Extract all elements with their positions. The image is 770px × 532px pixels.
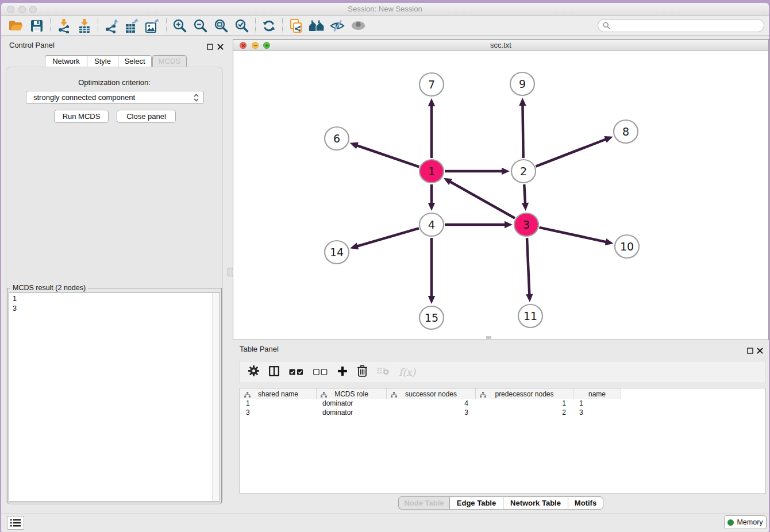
graph-edge[interactable] (357, 228, 419, 246)
column-header-successor-nodes[interactable]: successor nodes (387, 388, 476, 399)
delete-column-trash-icon[interactable] (357, 365, 367, 379)
column-header-shared-name[interactable]: shared name (240, 388, 317, 399)
toolbar-divider (255, 18, 256, 33)
graph-edge-arrowhead (605, 238, 614, 245)
toggle-panel-columns-icon[interactable] (269, 366, 279, 379)
tab-select[interactable]: Select (118, 55, 152, 67)
open-file-icon[interactable] (6, 17, 26, 34)
column-header-name[interactable]: name (573, 388, 621, 399)
hide-panel-eye-icon[interactable] (327, 17, 348, 34)
table-cell[interactable]: 2 (476, 408, 573, 418)
graph-node-label: 6 (333, 132, 340, 145)
zoom-selected-icon[interactable] (232, 17, 252, 34)
tab-motifs[interactable]: Motifs (568, 496, 603, 510)
result-scrollbar[interactable] (212, 293, 220, 501)
column-type-icon (244, 391, 251, 399)
table-cell[interactable]: 1 (476, 399, 573, 408)
network-close-icon[interactable] (240, 42, 247, 49)
graph-node-label: 10 (620, 240, 634, 253)
table-row[interactable]: 3dominator323 (240, 408, 765, 418)
float-panel-icon[interactable] (207, 42, 213, 52)
close-table-panel-icon[interactable] (757, 346, 763, 356)
tab-edge-table[interactable]: Edge Table (449, 496, 503, 510)
export-table-icon[interactable] (122, 17, 143, 34)
graph-edge[interactable] (536, 139, 606, 167)
save-session-icon[interactable] (26, 17, 47, 34)
float-table-panel-icon[interactable] (747, 346, 753, 356)
graph-edge-arrowhead (505, 221, 513, 228)
graph-node-label: 7 (428, 78, 435, 91)
close-panel-button[interactable]: Close panel (117, 110, 176, 123)
chevron-up-down-icon (194, 94, 199, 102)
settings-gear-icon[interactable] (248, 365, 259, 379)
tab-network[interactable]: Network (45, 55, 87, 67)
refresh-layout-icon[interactable] (259, 17, 279, 34)
table-cell[interactable]: 1 (240, 399, 317, 408)
search-input[interactable] (613, 22, 764, 30)
graph-edge[interactable] (522, 105, 523, 158)
optimization-criterion-dropdown[interactable]: strongly connected component (26, 91, 204, 104)
graph-node-label: 2 (520, 165, 527, 178)
delete-table-icon[interactable] (377, 367, 389, 377)
close-window-icon[interactable] (7, 6, 14, 13)
show-panel-eye-icon[interactable] (348, 17, 368, 34)
select-all-icon[interactable] (289, 367, 303, 377)
graph-edge[interactable] (356, 145, 419, 167)
mcds-result-textarea[interactable] (9, 292, 220, 502)
search-field[interactable] (598, 19, 764, 32)
column-type-icon (480, 391, 486, 399)
table-cell[interactable]: 3 (387, 408, 476, 418)
table-cell[interactable]: 3 (240, 408, 317, 418)
home-view-icon[interactable] (306, 17, 327, 34)
minimize-window-icon[interactable] (18, 6, 26, 13)
memory-button[interactable]: Memory (724, 515, 767, 529)
graph-edge[interactable] (449, 182, 515, 218)
function-builder-icon[interactable]: f(x) (399, 367, 415, 378)
column-header-predecessor-nodes[interactable]: predecessor nodes (476, 388, 573, 399)
table-row[interactable]: 1dominator411 (240, 399, 765, 408)
deselect-all-icon[interactable] (313, 367, 328, 377)
export-image-icon[interactable] (143, 17, 163, 34)
table-cell[interactable]: 4 (387, 399, 476, 408)
graph-node-label: 15 (425, 311, 438, 324)
network-maximize-icon[interactable] (263, 42, 270, 49)
memory-status-icon (727, 519, 734, 526)
table-cell[interactable]: 3 (573, 408, 621, 418)
network-window-titlebar[interactable]: scc.txt (233, 39, 769, 51)
tab-node-table[interactable]: Node Table (398, 496, 449, 510)
table-body: 1dominator4113dominator323 (240, 399, 765, 418)
zoom-in-icon[interactable] (170, 17, 190, 34)
graph-edge[interactable] (524, 184, 525, 204)
tab-style[interactable]: Style (87, 55, 118, 67)
tab-network-table[interactable]: Network Table (503, 496, 568, 510)
graph-edge[interactable] (527, 238, 529, 295)
graph-edge-arrowhead (502, 168, 510, 175)
table-cell[interactable]: dominator (317, 408, 387, 418)
table-cell[interactable]: 1 (573, 399, 621, 408)
column-header-mcds-role[interactable]: MCDS role (317, 388, 387, 399)
network-canvas[interactable]: 1234678910111415 (233, 51, 768, 340)
maximize-window-icon[interactable] (29, 6, 37, 13)
tab-mcds[interactable]: MCDS (152, 55, 187, 67)
optimization-criterion-label: Optimization criterion: (6, 78, 223, 87)
network-minimize-icon[interactable] (252, 42, 259, 49)
zoom-out-icon[interactable] (190, 17, 211, 34)
close-panel-icon[interactable] (217, 42, 224, 52)
list-icon (10, 519, 21, 527)
clone-network-icon[interactable] (286, 17, 306, 34)
mcds-result-values: 13 (13, 294, 17, 314)
add-column-icon[interactable] (337, 366, 348, 379)
node-table[interactable]: shared name MCDS role successor nodes pr… (240, 388, 765, 494)
window-title: Session: New Session (1, 3, 769, 16)
export-network-icon[interactable] (101, 17, 122, 34)
import-network-icon[interactable] (53, 17, 74, 34)
graph-edge-arrowhead (350, 242, 359, 249)
import-table-icon[interactable] (74, 17, 95, 34)
table-cell[interactable]: dominator (317, 399, 387, 408)
zoom-fit-icon[interactable] (211, 17, 232, 34)
graph-edge[interactable] (539, 228, 606, 242)
canvas-scroll-thumb[interactable] (486, 336, 491, 339)
table-panel-tabs: Node Table Edge Table Network Table Moti… (398, 496, 603, 510)
run-mcds-button[interactable]: Run MCDS (54, 110, 109, 123)
task-history-button[interactable] (7, 516, 24, 530)
